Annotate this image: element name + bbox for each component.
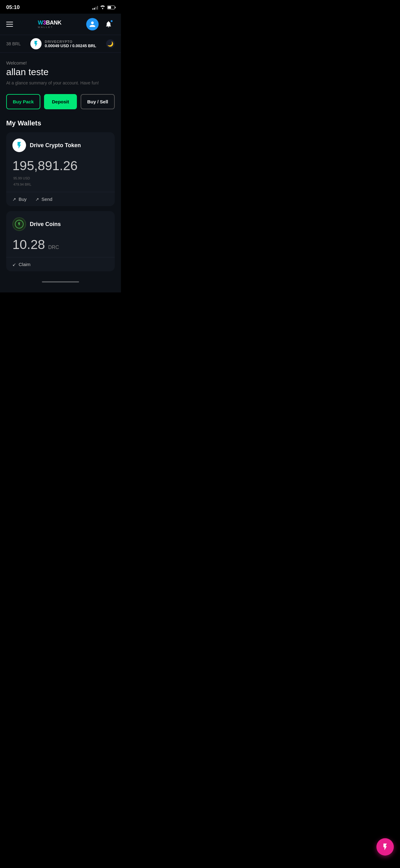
ticker-bar: 38 BRL DRIVECRYPTO 0.00049 USD / 0.00245…: [0, 35, 121, 53]
moon-icon: 🌙: [107, 41, 113, 47]
drc-bolt-icon: [17, 222, 22, 226]
battery-icon: [107, 6, 115, 9]
dct-amount: 195,891.26: [12, 158, 108, 173]
drc-wallet-actions: ↙ Claim: [6, 257, 115, 271]
ticker-center: DRIVECRYPTO 0.00049 USD / 0.00245 BRL: [30, 38, 96, 49]
app-header: W3BANK WALLET: [0, 14, 121, 35]
dct-brl: 479.94BRL: [12, 181, 108, 187]
wallet-card-dct: Drive Crypto Token 195,891.26 95.99USD 4…: [6, 132, 115, 206]
dct-wallet-actions: ↗ Buy ↗ Send: [6, 192, 115, 206]
ticker-logo: [30, 38, 41, 49]
logo-brand: W3BANK WALLET: [38, 20, 61, 29]
logo-3-letter: 3: [43, 20, 46, 26]
send-arrow-icon: ↗: [35, 197, 39, 202]
wallet-card-drc-top: Drive Coins 10.28 DRC: [6, 211, 115, 257]
dct-wallet-icon: [12, 138, 26, 152]
logo-wallet-sub: WALLET: [38, 26, 53, 29]
ticker-brl-value: 38 BRL: [6, 41, 21, 46]
notifications-button[interactable]: [102, 18, 115, 30]
dct-buy-button[interactable]: ↗ Buy: [12, 196, 27, 202]
buy-arrow-icon: ↗: [12, 197, 16, 202]
ticker-right-button[interactable]: 🌙: [106, 39, 115, 48]
drc-unit: DRC: [48, 245, 59, 250]
drc-wallet-header: Drive Coins: [12, 217, 108, 231]
welcome-greeting: Welcome!: [6, 60, 115, 65]
dct-wallet-name: Drive Crypto Token: [30, 142, 81, 149]
ticker-info: DRIVECRYPTO 0.00049 USD / 0.00245 BRL: [45, 40, 96, 48]
signal-icon: [92, 5, 98, 10]
drc-amount: 10.28: [12, 237, 45, 252]
svg-point-0: [102, 8, 103, 9]
user-icon: [89, 21, 96, 28]
wifi-icon: [100, 5, 105, 10]
wallet-card-drc: Drive Coins 10.28 DRC ↙ Claim: [6, 211, 115, 271]
dct-lightning-icon: [15, 141, 23, 149]
status-bar: 05:10: [0, 0, 121, 14]
drc-claim-button[interactable]: ↙ Claim: [12, 262, 30, 267]
status-icons: [92, 5, 115, 10]
dct-usd: 95.99USD: [12, 175, 108, 181]
drc-wallet-icon: [12, 217, 26, 231]
ticker-token-name: DRIVECRYPTO: [45, 40, 96, 43]
app-container: W3BANK WALLET 38 BRL: [0, 14, 121, 292]
wallet-header: Drive Crypto Token: [12, 138, 108, 152]
logo-w-letter: W: [38, 20, 43, 26]
drc-amount-row: 10.28 DRC: [12, 237, 108, 252]
wallet-card-top: Drive Crypto Token 195,891.26 95.99USD 4…: [6, 132, 115, 192]
app-logo: W3BANK WALLET: [38, 20, 61, 29]
user-name: allan teste: [6, 67, 115, 77]
dct-send-button[interactable]: ↗ Send: [35, 196, 53, 202]
ticker-lightning-icon: [33, 40, 39, 47]
claim-arrow-icon: ↙: [12, 262, 16, 267]
deposit-button[interactable]: Deposit: [44, 94, 77, 109]
drc-wallet-name: Drive Coins: [30, 221, 61, 227]
header-actions: [86, 18, 115, 30]
home-indicator: [42, 281, 79, 282]
my-wallets-title: My Wallets: [6, 119, 115, 127]
notification-dot: [110, 20, 113, 22]
buy-sell-button[interactable]: Buy / Sell: [80, 94, 115, 109]
bottom-bar: [6, 278, 115, 285]
logo-bank-text: BANK: [46, 20, 61, 26]
drc-inner-icon: [15, 220, 24, 228]
logo-top-line: W3BANK: [38, 20, 61, 26]
status-time: 05:10: [6, 4, 20, 10]
buy-pack-button[interactable]: Buy Pack: [6, 94, 40, 109]
action-buttons-row: Buy Pack Deposit Buy / Sell: [6, 94, 115, 109]
main-content: Welcome! allan teste At a glance summary…: [0, 53, 121, 292]
account-subtitle: At a glance summary of your account. Hav…: [6, 81, 115, 85]
hamburger-menu[interactable]: [6, 22, 13, 27]
ticker-price: 0.00049 USD / 0.00245 BRL: [45, 43, 96, 48]
profile-button[interactable]: [86, 18, 99, 30]
